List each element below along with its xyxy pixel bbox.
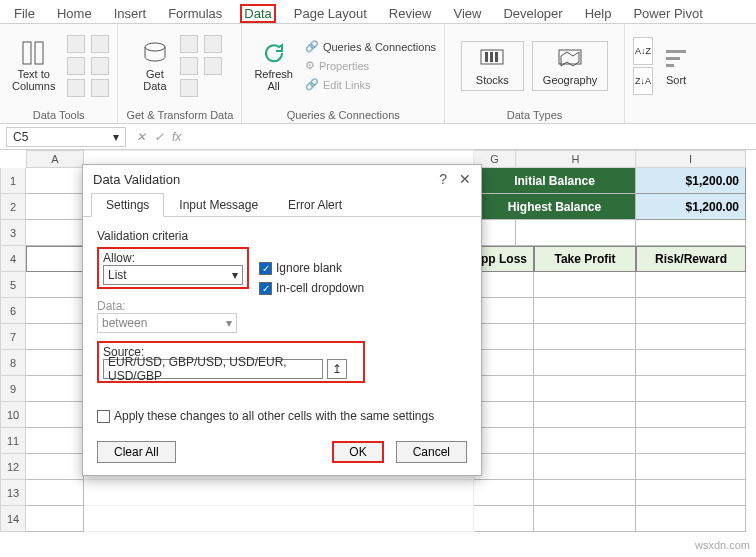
edit-links-button[interactable]: 🔗 Edit Links <box>305 78 436 91</box>
source-input[interactable]: EUR/USD, GBP/USD, USD/EUR, USD/GBP <box>103 359 323 379</box>
cancel-button[interactable]: Cancel <box>396 441 467 463</box>
cell[interactable] <box>26 246 84 272</box>
ok-button[interactable]: OK <box>332 441 383 463</box>
consolidate-button[interactable] <box>91 57 109 75</box>
initial-balance-value[interactable]: $1,200.00 <box>636 168 746 194</box>
stocks-button[interactable]: Stocks <box>461 41 524 91</box>
tab-settings[interactable]: Settings <box>91 193 164 217</box>
cell[interactable] <box>26 506 84 532</box>
cell[interactable] <box>534 272 636 298</box>
cell[interactable] <box>26 168 84 194</box>
tab-developer[interactable]: Developer <box>499 4 566 23</box>
cell[interactable] <box>26 324 84 350</box>
cell[interactable] <box>636 324 746 350</box>
sort-desc-button[interactable]: Z↓A <box>633 67 653 95</box>
existing-connections-button[interactable] <box>180 79 198 97</box>
cell[interactable] <box>534 402 636 428</box>
tab-page-layout[interactable]: Page Layout <box>290 4 371 23</box>
row-header-3[interactable]: 3 <box>0 220 26 246</box>
tab-home[interactable]: Home <box>53 4 96 23</box>
row-header-7[interactable]: 7 <box>0 324 26 350</box>
row-header-4[interactable]: 4 <box>0 246 26 272</box>
cell[interactable] <box>474 402 534 428</box>
cell[interactable] <box>534 480 636 506</box>
refresh-all-button[interactable]: Refresh All <box>250 38 297 94</box>
cell[interactable] <box>474 428 534 454</box>
cell[interactable] <box>26 220 84 246</box>
row-header-10[interactable]: 10 <box>0 402 26 428</box>
tab-data[interactable]: Data <box>240 4 275 23</box>
row-header-5[interactable]: 5 <box>0 272 26 298</box>
collapse-dialog-button[interactable]: ↥ <box>327 359 347 379</box>
cell[interactable] <box>26 402 84 428</box>
from-table-button[interactable] <box>180 57 198 75</box>
cell[interactable] <box>84 480 474 506</box>
row-header-11[interactable]: 11 <box>0 428 26 454</box>
cell[interactable] <box>474 298 534 324</box>
ignore-blank-checkbox[interactable]: ✓ Ignore blank <box>259 261 364 275</box>
tab-insert[interactable]: Insert <box>110 4 151 23</box>
enter-icon[interactable]: ✓ <box>154 130 164 144</box>
flash-fill-button[interactable] <box>67 35 85 53</box>
from-web-button[interactable] <box>204 35 222 53</box>
cell[interactable] <box>516 220 636 246</box>
cell[interactable] <box>26 298 84 324</box>
cell[interactable] <box>474 376 534 402</box>
recent-sources-button[interactable] <box>204 57 222 75</box>
cell[interactable] <box>534 324 636 350</box>
dialog-help-button[interactable]: ? <box>439 171 447 187</box>
cell[interactable] <box>636 272 746 298</box>
cell[interactable] <box>636 506 746 532</box>
cell[interactable] <box>474 480 534 506</box>
remove-duplicates-button[interactable] <box>91 35 109 53</box>
cell[interactable] <box>534 376 636 402</box>
cell[interactable] <box>26 480 84 506</box>
name-box[interactable]: C5 ▾ <box>6 127 126 147</box>
cell[interactable] <box>474 454 534 480</box>
cell[interactable] <box>474 350 534 376</box>
cell[interactable] <box>636 220 746 246</box>
allow-dropdown[interactable]: List ▾ <box>103 265 243 285</box>
cell[interactable] <box>84 506 474 532</box>
cell[interactable] <box>474 506 534 532</box>
cell[interactable] <box>534 454 636 480</box>
tab-input-message[interactable]: Input Message <box>164 193 273 217</box>
cell[interactable] <box>534 428 636 454</box>
sort-asc-button[interactable]: A↓Z <box>633 37 653 65</box>
highest-balance-value[interactable]: $1,200.00 <box>636 194 746 220</box>
cell[interactable] <box>26 376 84 402</box>
cell[interactable] <box>474 272 534 298</box>
geography-button[interactable]: Geography <box>532 41 608 91</box>
cell[interactable] <box>636 376 746 402</box>
cancel-icon[interactable]: ✕ <box>136 130 146 144</box>
dialog-titlebar[interactable]: Data Validation ? ✕ <box>83 165 481 193</box>
from-text-button[interactable] <box>180 35 198 53</box>
cell[interactable] <box>26 454 84 480</box>
manage-data-model-button[interactable] <box>91 79 109 97</box>
clear-all-button[interactable]: Clear All <box>97 441 176 463</box>
tab-power-pivot[interactable]: Power Pivot <box>629 4 706 23</box>
cell[interactable] <box>26 272 84 298</box>
row-header-14[interactable]: 14 <box>0 506 26 532</box>
tab-help[interactable]: Help <box>581 4 616 23</box>
row-header-1[interactable]: 1 <box>0 168 26 194</box>
row-header-6[interactable]: 6 <box>0 298 26 324</box>
cell[interactable] <box>534 298 636 324</box>
col-h[interactable]: H <box>516 150 636 168</box>
row-header-12[interactable]: 12 <box>0 454 26 480</box>
incell-dropdown-checkbox[interactable]: ✓ In-cell dropdown <box>259 281 364 295</box>
queries-connections-button[interactable]: 🔗 Queries & Connections <box>305 40 436 53</box>
cell[interactable] <box>636 428 746 454</box>
row-header-8[interactable]: 8 <box>0 350 26 376</box>
sort-button[interactable]: Sort <box>659 44 693 88</box>
row-header-13[interactable]: 13 <box>0 480 26 506</box>
col-i[interactable]: I <box>636 150 746 168</box>
cell[interactable] <box>534 506 636 532</box>
col-a[interactable]: A <box>26 150 84 168</box>
relationships-button[interactable] <box>67 79 85 97</box>
tab-view[interactable]: View <box>449 4 485 23</box>
apply-all-checkbox[interactable]: Apply these changes to all other cells w… <box>97 409 467 423</box>
tab-review[interactable]: Review <box>385 4 436 23</box>
cell[interactable] <box>534 350 636 376</box>
fx-icon[interactable]: fx <box>172 130 181 144</box>
